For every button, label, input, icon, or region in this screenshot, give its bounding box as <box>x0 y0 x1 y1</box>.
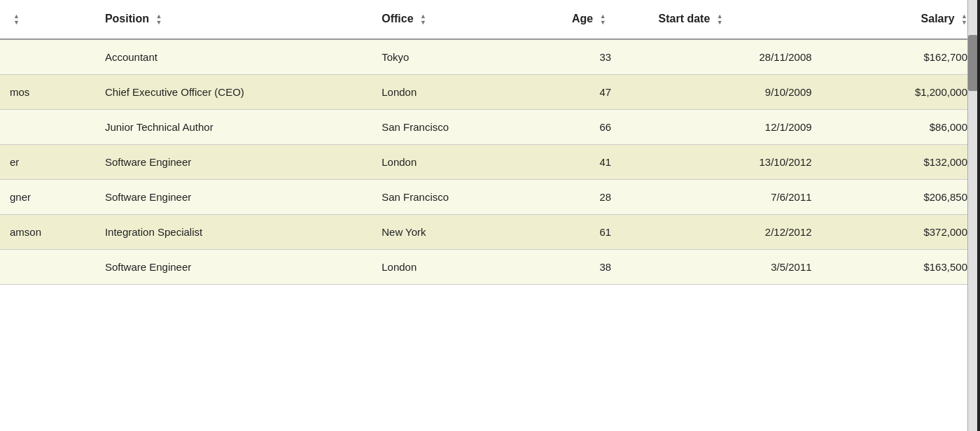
col-header-age[interactable]: Age ▲▼ <box>562 0 649 39</box>
cell-position: Chief Executive Officer (CEO) <box>95 74 372 109</box>
sort-icon-startdate[interactable]: ▲▼ <box>717 13 723 26</box>
cell-name <box>0 109 95 144</box>
cell-position: Software Engineer <box>95 144 372 179</box>
table-row: erSoftware EngineerLondon4113/10/2012$13… <box>0 144 977 179</box>
cell-office: San Francisco <box>372 179 562 214</box>
cell-salary: $86,000 <box>822 109 977 144</box>
cell-startdate: 3/5/2011 <box>649 249 822 284</box>
cell-office: Tokyo <box>372 39 562 75</box>
cell-position: Software Engineer <box>95 179 372 214</box>
cell-salary: $132,000 <box>822 144 977 179</box>
cell-age: 41 <box>562 144 649 179</box>
cell-name: gner <box>0 179 95 214</box>
table-container: ▲▼ Position ▲▼ Office ▲▼ Age ▲▼ Start da… <box>0 0 980 431</box>
cell-name <box>0 39 95 75</box>
cell-office: London <box>372 144 562 179</box>
cell-office: London <box>372 249 562 284</box>
cell-name <box>0 249 95 284</box>
cell-position: Software Engineer <box>95 249 372 284</box>
cell-position: Accountant <box>95 39 372 75</box>
table-body: AccountantTokyo3328/11/2008$162,700mosCh… <box>0 39 977 285</box>
cell-startdate: 13/10/2012 <box>649 144 822 179</box>
cell-age: 33 <box>562 39 649 75</box>
sort-icon-position[interactable]: ▲▼ <box>155 13 162 26</box>
cell-office: New York <box>372 214 562 249</box>
cell-name: mos <box>0 74 95 109</box>
cell-age: 47 <box>562 74 649 109</box>
table-header-row: ▲▼ Position ▲▼ Office ▲▼ Age ▲▼ Start da… <box>0 0 977 39</box>
cell-salary: $163,500 <box>822 249 977 284</box>
cell-startdate: 9/10/2009 <box>649 74 822 109</box>
sort-icon-age[interactable]: ▲▼ <box>600 13 606 26</box>
cell-age: 38 <box>562 249 649 284</box>
cell-age: 28 <box>562 179 649 214</box>
scrollbar[interactable] <box>967 0 977 431</box>
cell-salary: $162,700 <box>822 39 977 75</box>
cell-name: amson <box>0 214 95 249</box>
col-header-office[interactable]: Office ▲▼ <box>372 0 562 39</box>
col-header-startdate-label: Start date <box>659 13 710 24</box>
table-row: AccountantTokyo3328/11/2008$162,700 <box>0 39 977 75</box>
table-row: mosChief Executive Officer (CEO)London47… <box>0 74 977 109</box>
cell-position: Integration Specialist <box>95 214 372 249</box>
col-header-office-label: Office <box>382 13 413 24</box>
data-table: ▲▼ Position ▲▼ Office ▲▼ Age ▲▼ Start da… <box>0 0 977 285</box>
cell-salary: $206,850 <box>822 179 977 214</box>
cell-age: 66 <box>562 109 649 144</box>
sort-icon-office[interactable]: ▲▼ <box>420 13 426 26</box>
cell-name: er <box>0 144 95 179</box>
sort-icon-salary[interactable]: ▲▼ <box>961 13 967 26</box>
table-row: Software EngineerLondon383/5/2011$163,50… <box>0 249 977 284</box>
col-header-position-label: Position <box>105 13 149 24</box>
sort-icon-name[interactable]: ▲▼ <box>13 13 20 26</box>
col-header-age-label: Age <box>572 13 593 24</box>
cell-salary: $1,200,000 <box>822 74 977 109</box>
cell-startdate: 28/11/2008 <box>649 39 822 75</box>
col-header-position[interactable]: Position ▲▼ <box>95 0 372 39</box>
table-row: amsonIntegration SpecialistNew York612/1… <box>0 214 977 249</box>
cell-age: 61 <box>562 214 649 249</box>
cell-office: London <box>372 74 562 109</box>
cell-salary: $372,000 <box>822 214 977 249</box>
scrollbar-thumb[interactable] <box>968 35 978 91</box>
cell-startdate: 12/1/2009 <box>649 109 822 144</box>
cell-office: San Francisco <box>372 109 562 144</box>
table-row: gnerSoftware EngineerSan Francisco287/6/… <box>0 179 977 214</box>
col-header-startdate[interactable]: Start date ▲▼ <box>649 0 822 39</box>
col-header-salary[interactable]: Salary ▲▼ <box>822 0 977 39</box>
cell-startdate: 7/6/2011 <box>649 179 822 214</box>
table-row: Junior Technical AuthorSan Francisco6612… <box>0 109 977 144</box>
cell-startdate: 2/12/2012 <box>649 214 822 249</box>
cell-position: Junior Technical Author <box>95 109 372 144</box>
col-header-name[interactable]: ▲▼ <box>0 0 95 39</box>
col-header-salary-label: Salary <box>921 13 955 24</box>
